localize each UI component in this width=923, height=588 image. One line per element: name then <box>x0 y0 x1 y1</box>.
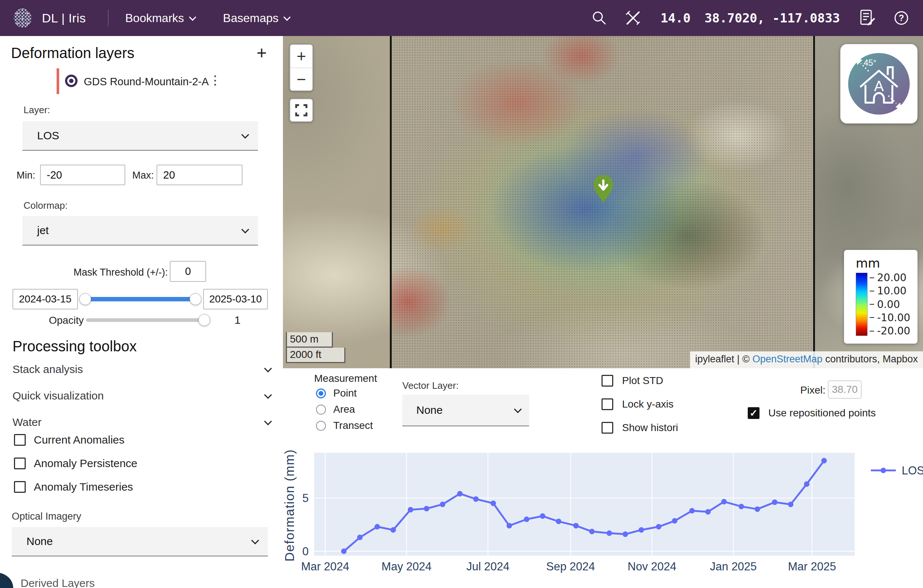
date-end-box[interactable]: 2025-03-10 <box>203 289 268 309</box>
checkbox-label: Anomaly Persistence <box>34 457 138 470</box>
los-house-icon: A 45° <box>846 51 912 117</box>
section-water[interactable]: Water <box>13 416 270 429</box>
use-repositioned-checkbox[interactable]: ✓ <box>748 407 759 419</box>
date-start-handle[interactable] <box>79 293 91 305</box>
area-radio[interactable] <box>316 405 326 414</box>
radio-area-row: Area <box>316 404 355 415</box>
deformation-layers-title: Deformation layers <box>11 45 135 61</box>
transect-radio[interactable] <box>316 421 326 431</box>
anomaly-persistence-row: Anomaly Persistence <box>14 457 138 470</box>
colorbar-gradient <box>856 273 867 336</box>
radio-transect-row: Transect <box>316 420 373 432</box>
point-radio[interactable] <box>316 388 326 398</box>
chevron-down-icon <box>283 13 291 21</box>
colorbar-tick: 0.00 <box>870 299 910 310</box>
chevron-down-icon <box>241 226 249 233</box>
show-histori-checkbox[interactable] <box>601 422 613 434</box>
derived-layers-label: Derived Layers <box>21 577 95 588</box>
anomaly-persistence-checkbox[interactable] <box>14 458 26 469</box>
date-range-track[interactable] <box>85 297 195 301</box>
left-sidebar: Deformation layers + GDS Round-Mountain-… <box>0 36 283 588</box>
los-direction-widget[interactable]: A 45° <box>840 44 918 123</box>
chevron-down-icon <box>251 537 259 544</box>
checkbox-label: Lock y-axis <box>622 398 673 410</box>
zoom-out-button[interactable]: − <box>290 67 312 90</box>
date-end-handle[interactable] <box>190 293 201 305</box>
timeseries-chart[interactable]: Mar 2024May 2024Jul 2024Sep 2024Nov 2024… <box>283 445 923 588</box>
map-canvas[interactable]: + − A 45° <box>283 36 923 368</box>
layer-select-value: LOS <box>37 129 59 142</box>
max-label: Max: <box>132 170 154 181</box>
map-pin-marker[interactable] <box>593 174 614 205</box>
main-panel: + − A 45° <box>283 36 923 588</box>
section-quick-visualization[interactable]: Quick visualization <box>13 389 270 402</box>
opacity-track[interactable] <box>86 318 204 322</box>
svg-text:Jan 2025: Jan 2025 <box>710 560 757 573</box>
layer-select[interactable]: LOS <box>22 121 258 151</box>
pixel-label: Pixel: <box>800 384 825 396</box>
date-start-box[interactable]: 2024-03-15 <box>13 289 78 309</box>
add-layer-button[interactable]: + <box>256 44 267 62</box>
min-input[interactable] <box>40 165 125 185</box>
chevron-down-icon <box>264 391 272 399</box>
navbar-divider <box>108 10 108 26</box>
pixel-input[interactable] <box>828 380 862 399</box>
use-repositioned-row: ✓ Use repositioned points <box>748 407 876 419</box>
lock-y-axis-checkbox[interactable] <box>601 398 613 410</box>
max-input[interactable] <box>156 165 243 185</box>
radio-label: Area <box>333 404 355 415</box>
colormap-select[interactable]: jet <box>22 216 258 245</box>
colorbar-tick: 10.00 <box>870 285 910 297</box>
chevron-down-icon <box>241 131 249 138</box>
checkbox-label: Use repositioned points <box>768 407 876 419</box>
svg-text:0: 0 <box>302 545 309 558</box>
measure-tools-icon[interactable] <box>625 10 642 26</box>
swipe-divider-right[interactable] <box>813 36 815 368</box>
radio-label: Point <box>333 388 357 399</box>
svg-text:?: ? <box>899 13 904 23</box>
scale-metric: 500 m <box>286 332 333 348</box>
map-scale-control: 500 m 2000 ft <box>286 332 345 363</box>
measurement-controls-panel: Measurement Point Area Transect Vector L… <box>283 368 923 445</box>
scale-imperial: 2000 ft <box>286 348 345 363</box>
current-anomalies-row: Current Anomalies <box>14 434 125 446</box>
section-label: Stack analysis <box>13 363 83 376</box>
opacity-handle[interactable] <box>199 314 210 326</box>
fullscreen-button[interactable] <box>289 99 313 122</box>
vector-layer-value: None <box>416 404 443 416</box>
swipe-divider-left[interactable] <box>390 36 392 368</box>
help-icon[interactable]: ? <box>893 10 910 26</box>
chevron-down-icon <box>264 417 272 425</box>
menu-basemaps[interactable]: Basemaps <box>223 11 289 25</box>
openstreetmap-link[interactable]: OpenStreetMap <box>752 353 823 365</box>
fullscreen-icon <box>294 103 308 117</box>
derived-layers-icon <box>0 573 13 588</box>
layer-options-kebab-icon[interactable] <box>210 74 220 87</box>
mask-threshold-input[interactable] <box>170 261 206 282</box>
plot-std-checkbox[interactable] <box>601 375 613 387</box>
svg-text:May 2024: May 2024 <box>381 560 431 573</box>
chevron-down-icon <box>514 406 522 413</box>
layer-item-name[interactable]: GDS Round-Mountain-2-A <box>84 76 209 88</box>
optical-imagery-select[interactable]: None <box>12 527 268 557</box>
vector-layer-select[interactable]: None <box>402 395 529 426</box>
colorbar-legend: mm 20.00 10.00 0.00 -10.00 -20.00 <box>844 250 918 343</box>
svg-text:5: 5 <box>302 492 309 504</box>
opacity-value: 1 <box>235 314 241 326</box>
search-icon[interactable] <box>591 10 608 26</box>
current-anomalies-checkbox[interactable] <box>14 434 26 446</box>
colorbar-tick: 20.00 <box>870 272 910 284</box>
section-stack-analysis[interactable]: Stack analysis <box>13 363 270 376</box>
active-layer-accent-bar <box>57 68 59 94</box>
zoom-in-button[interactable]: + <box>290 45 312 67</box>
menu-bookmarks[interactable]: Bookmarks <box>125 11 194 25</box>
lock-y-axis-row: Lock y-axis <box>601 398 673 410</box>
notes-icon[interactable] <box>859 10 876 26</box>
anomaly-timeseries-checkbox[interactable] <box>14 481 26 493</box>
latlon-value: 38.7020, -117.0833 <box>705 11 840 25</box>
layer-select-label: Layer: <box>23 104 50 116</box>
checkbox-label: Show histori <box>622 422 678 434</box>
layer-visibility-eye-icon[interactable] <box>65 74 78 89</box>
radio-label: Transect <box>333 420 373 432</box>
app-logo-icon <box>14 8 31 28</box>
